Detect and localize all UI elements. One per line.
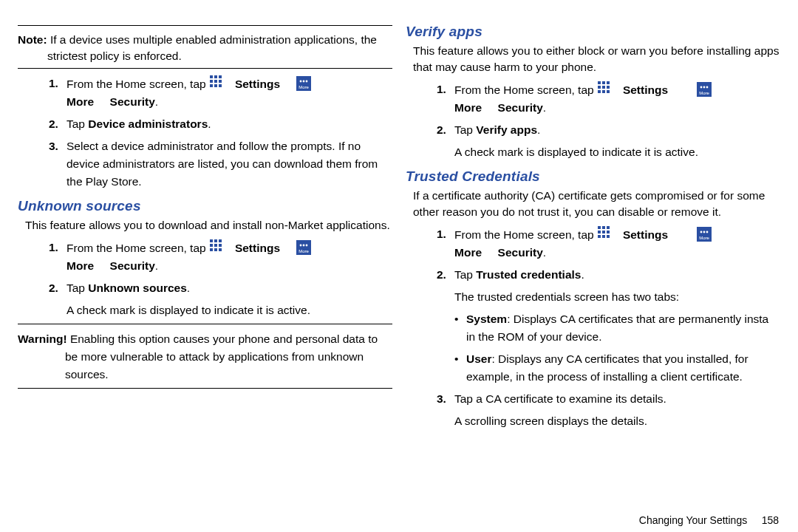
section-unknown-sources: Unknown sources [18, 198, 392, 214]
divider [18, 68, 392, 69]
step-number: 2. [49, 115, 66, 133]
svg-text:More: More [699, 236, 709, 240]
apps-grid-icon [209, 239, 225, 255]
svg-point-53 [700, 231, 702, 233]
svg-rect-7 [210, 84, 213, 87]
svg-rect-2 [214, 75, 217, 78]
svg-rect-31 [607, 81, 610, 84]
svg-rect-32 [598, 86, 601, 89]
svg-rect-9 [219, 84, 222, 87]
svg-point-40 [703, 86, 705, 89]
warning: Warning! Enabling this option causes you… [18, 330, 392, 383]
more-label: More [454, 101, 482, 114]
svg-rect-30 [602, 81, 605, 84]
step-bold: Device administrators [88, 117, 208, 130]
unknown-intro: This feature allows you to download and … [25, 217, 392, 233]
section-verify-apps: Verify apps [406, 24, 780, 40]
svg-rect-21 [210, 248, 213, 251]
more-label: More [66, 259, 94, 272]
svg-rect-23 [219, 248, 222, 251]
trusted-bullet-system: System: Displays CA certificates that ar… [454, 310, 780, 346]
svg-point-12 [302, 81, 304, 83]
footer-page-number: 158 [762, 514, 779, 526]
svg-rect-47 [602, 231, 605, 233]
security-label: Security [110, 95, 155, 108]
right-column: Verify apps This feature allows you to e… [406, 21, 780, 433]
note: Note: If a device uses multiple enabled … [18, 32, 392, 64]
svg-point-25 [299, 245, 301, 247]
more-icon: More [697, 227, 712, 242]
svg-rect-43 [598, 226, 601, 229]
divider [18, 25, 392, 26]
more-icon: More [296, 240, 311, 255]
warning-text: Enabling this option causes your phone a… [65, 332, 378, 381]
admin-step-1: 1. From the Home screen, tap Settings Mo… [49, 75, 392, 111]
svg-point-26 [302, 245, 304, 247]
apps-grid-icon [597, 225, 613, 242]
more-icon: More [296, 76, 311, 91]
svg-rect-44 [602, 226, 605, 229]
unknown-step-1: 1. From the Home screen, tap Settings Mo… [49, 239, 392, 275]
step-text: Tap [454, 123, 473, 136]
svg-rect-16 [214, 239, 217, 242]
svg-text:More: More [299, 85, 309, 89]
divider [18, 388, 392, 389]
svg-point-54 [703, 231, 705, 233]
step-number: 2. [437, 266, 454, 284]
step-number: 3. [49, 137, 66, 191]
svg-rect-33 [602, 86, 605, 89]
verify-step-1: 1. From the Home screen, tap Settings Mo… [437, 81, 780, 117]
svg-point-41 [706, 86, 708, 89]
step-number: 3. [437, 390, 454, 408]
note-label: Note: [18, 33, 47, 46]
svg-rect-34 [607, 86, 610, 89]
apps-grid-icon [209, 75, 225, 91]
svg-rect-29 [598, 81, 601, 84]
unknown-step-2: 2. Tap Unknown sources. [49, 279, 392, 297]
svg-point-55 [706, 231, 708, 233]
trusted-step-1: 1. From the Home screen, tap Settings Mo… [437, 225, 780, 262]
svg-rect-15 [210, 239, 213, 242]
more-label: More [454, 246, 482, 259]
step-number: 1. [437, 81, 454, 117]
step-text: Tap [66, 282, 85, 294]
step-bold: Unknown sources [88, 282, 187, 294]
settings-label: Settings [235, 242, 280, 254]
bullet-bold: System [466, 313, 507, 325]
step-text: Tap [454, 268, 473, 281]
apps-grid-icon [597, 81, 613, 97]
unknown-after: A check mark is displayed to indicate it… [66, 301, 392, 319]
note-text: If a device uses multiple enabled admini… [47, 33, 377, 62]
svg-point-13 [305, 81, 307, 83]
verify-after: A check mark is displayed to indicate it… [454, 143, 780, 161]
step-number: 1. [437, 225, 454, 262]
step-bold: Trusted credentials [476, 268, 581, 281]
svg-point-11 [299, 81, 301, 83]
svg-rect-46 [598, 231, 601, 233]
more-icon: More [697, 82, 712, 97]
step-number: 1. [49, 75, 66, 111]
section-trusted-credentials: Trusted Credentials [406, 168, 780, 185]
bullet-bold: User [466, 352, 491, 365]
svg-rect-17 [219, 239, 222, 242]
page-footer: Changing Your Settings 158 [639, 514, 779, 526]
step-text: From the Home screen, tap [454, 83, 594, 96]
svg-text:More: More [699, 91, 709, 95]
step-number: 2. [49, 279, 66, 297]
trusted-step-2: 2. Tap Trusted credentials. [437, 266, 780, 284]
svg-rect-19 [214, 244, 217, 247]
svg-rect-20 [219, 244, 222, 247]
divider [18, 324, 392, 324]
svg-rect-4 [210, 80, 213, 83]
trusted-intro: If a certificate authority (CA) certific… [413, 188, 780, 221]
security-label: Security [498, 246, 543, 259]
svg-rect-6 [219, 80, 222, 83]
svg-rect-49 [598, 235, 601, 238]
svg-rect-18 [210, 244, 213, 247]
svg-rect-48 [607, 231, 610, 233]
svg-point-39 [700, 86, 702, 89]
step-number: 2. [437, 121, 454, 139]
trusted-step-3: 3. Tap a CA certificate to examine its d… [437, 390, 780, 408]
settings-label: Settings [235, 78, 280, 90]
bullet-text: : Displays any CA certificates that you … [466, 352, 748, 383]
